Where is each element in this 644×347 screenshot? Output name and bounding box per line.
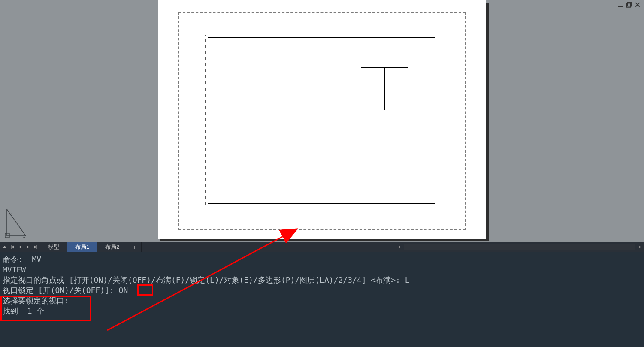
command-history-line: MVIEW bbox=[3, 265, 641, 275]
paper-sheet bbox=[158, 0, 486, 239]
window-controls bbox=[617, 2, 641, 8]
command-history-line: 命令: MV bbox=[3, 254, 641, 265]
viewport[interactable] bbox=[208, 37, 435, 204]
tab-next-icon[interactable] bbox=[24, 243, 32, 251]
drawing-vertical-line bbox=[322, 38, 322, 203]
command-history-line: 选择要锁定的视口: bbox=[3, 296, 641, 306]
tab-prev-icon[interactable] bbox=[16, 243, 24, 251]
command-history-line: 指定视口的角点或 [打开(ON)/关闭(OFF)/布满(F)/锁定(L)/对象(… bbox=[3, 275, 641, 285]
minimize-button[interactable] bbox=[617, 2, 623, 8]
restore-button[interactable] bbox=[626, 2, 632, 8]
ucs-icon: Y X bbox=[3, 208, 27, 238]
tab-add-button[interactable]: + bbox=[127, 242, 142, 252]
svg-rect-1 bbox=[626, 3, 630, 7]
svg-rect-2 bbox=[628, 2, 632, 6]
drawing-grid-object bbox=[361, 67, 408, 110]
svg-rect-0 bbox=[618, 6, 623, 7]
svg-rect-6 bbox=[5, 233, 9, 238]
scroll-right-icon[interactable] bbox=[635, 243, 644, 251]
ucs-x-label: X bbox=[22, 236, 26, 238]
command-history-line: 找到 1 个 bbox=[3, 306, 641, 316]
scroll-left-icon[interactable] bbox=[395, 243, 404, 251]
svg-rect-9 bbox=[37, 245, 38, 249]
tab-layout2[interactable]: 布局2 bbox=[97, 242, 127, 252]
tab-model[interactable]: 模型 bbox=[40, 242, 67, 252]
tab-menu-up-icon[interactable] bbox=[1, 243, 9, 251]
tab-nav-group bbox=[0, 242, 40, 252]
selection-grip[interactable] bbox=[207, 117, 211, 121]
svg-rect-8 bbox=[11, 245, 12, 249]
tab-last-icon[interactable] bbox=[32, 243, 39, 251]
drawing-horizontal-line bbox=[208, 119, 322, 119]
ucs-y-label: Y bbox=[9, 212, 12, 217]
scrollbar-track[interactable] bbox=[404, 244, 635, 250]
close-button[interactable] bbox=[635, 2, 641, 8]
drawing-canvas[interactable]: Y X bbox=[0, 0, 644, 242]
horizontal-scrollbar[interactable] bbox=[395, 242, 644, 252]
command-line-panel[interactable]: 命令: MV MVIEW 指定视口的角点或 [打开(ON)/关闭(OFF)/布满… bbox=[0, 252, 644, 347]
layout-tabs-bar: 模型 布局1 布局2 + bbox=[0, 242, 644, 252]
command-history-line: 视口锁定 [开(ON)/关(OFF)]: ON bbox=[3, 285, 641, 296]
tab-first-icon[interactable] bbox=[9, 243, 16, 251]
viewport-frame[interactable] bbox=[205, 35, 438, 206]
command-input-value: ON bbox=[119, 286, 128, 295]
tab-layout1[interactable]: 布局1 bbox=[67, 242, 97, 252]
